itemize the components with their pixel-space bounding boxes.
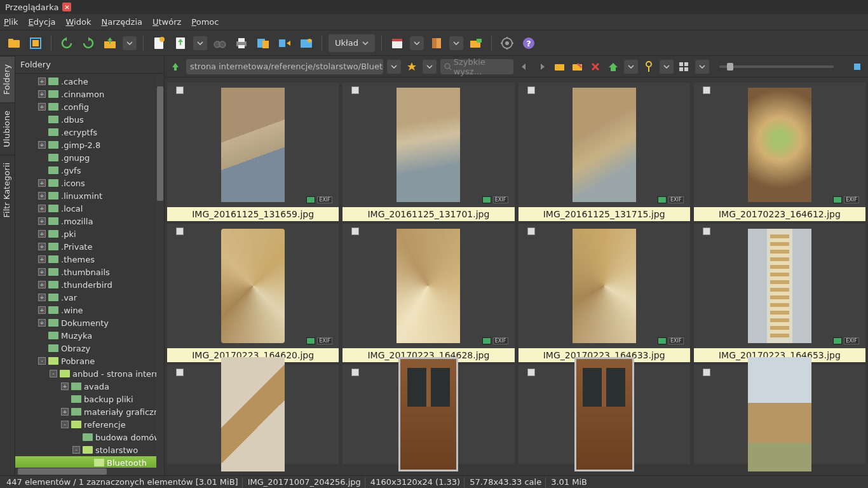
- select-checkbox[interactable]: [176, 86, 184, 94]
- tree-node[interactable]: Obrazy: [15, 342, 164, 355]
- thumbnail-image[interactable]: [694, 365, 865, 464]
- thumbnail-image[interactable]: [342, 365, 514, 464]
- tree-node[interactable]: +.mozilla: [15, 215, 164, 227]
- new-file-icon[interactable]: [150, 34, 168, 52]
- select-checkbox[interactable]: [351, 227, 359, 235]
- expand-icon[interactable]: +: [38, 306, 46, 314]
- tree-node[interactable]: +.config: [15, 100, 164, 113]
- view-dropdown[interactable]: [695, 60, 709, 74]
- tree-node[interactable]: +.pki: [15, 227, 164, 240]
- collapse-icon[interactable]: -: [38, 357, 46, 365]
- delete-icon[interactable]: [588, 60, 602, 74]
- tag-folder-icon[interactable]: [467, 34, 485, 52]
- thumbnail-cell[interactable]: [519, 365, 690, 464]
- collapse-panel-icon[interactable]: [850, 60, 864, 74]
- thumbnail-cell[interactable]: EXIFIMG_20161125_131701.jpg: [342, 83, 514, 221]
- thumbnail-image[interactable]: [167, 365, 339, 464]
- thumbnail-image[interactable]: EXIF: [167, 224, 339, 348]
- tree-hscrollbar[interactable]: [15, 468, 164, 475]
- tree-node[interactable]: -Pobrane: [15, 355, 164, 367]
- tree-node[interactable]: +.var: [15, 291, 164, 304]
- tree-node[interactable]: +.Private: [15, 240, 164, 253]
- thumbnail-cell[interactable]: EXIFIMG_20170223_164628.jpg: [342, 224, 514, 362]
- export-file-icon[interactable]: [172, 34, 189, 52]
- select-checkbox[interactable]: [176, 369, 184, 376]
- thumbnail-cell[interactable]: EXIFIMG_20170223_164653.jpg: [694, 224, 865, 362]
- expand-icon[interactable]: +: [38, 205, 46, 212]
- book-dropdown[interactable]: [449, 36, 463, 50]
- book-icon[interactable]: [428, 34, 445, 52]
- key-dropdown[interactable]: [660, 60, 674, 74]
- tree-scrollbar[interactable]: [156, 74, 164, 468]
- thumbnail-image[interactable]: EXIF: [694, 224, 865, 348]
- tree-node[interactable]: +.icons: [15, 177, 164, 189]
- settings-icon[interactable]: [498, 34, 516, 52]
- collapse-icon[interactable]: -: [72, 446, 80, 454]
- menu-help[interactable]: Pomoc: [191, 17, 219, 27]
- tree-node[interactable]: +.linuxmint: [15, 189, 164, 202]
- expand-icon[interactable]: +: [38, 319, 46, 327]
- thumbnail-image[interactable]: EXIF: [694, 83, 865, 207]
- folder-tree[interactable]: +.cache+.cinnamon+.config.dbus.ecryptfs+…: [15, 74, 164, 468]
- thumbnail-filename[interactable]: IMG_20161125_131659.jpg: [167, 207, 339, 221]
- print-icon[interactable]: [233, 34, 250, 52]
- thumbnail-image[interactable]: EXIF: [167, 83, 339, 207]
- tree-node[interactable]: +Dokumenty: [15, 316, 164, 329]
- menu-create[interactable]: Utwórz: [153, 17, 181, 27]
- menu-edit[interactable]: Edycja: [29, 17, 56, 27]
- zoom-slider[interactable]: [719, 65, 834, 68]
- thumbnail-filename[interactable]: IMG_20161125_131715.jpg: [519, 207, 690, 221]
- thumbnail-cell[interactable]: [694, 365, 865, 464]
- calendar-dropdown[interactable]: [410, 36, 424, 50]
- thumbnail-cell[interactable]: EXIFIMG_20170223_164633.jpg: [519, 224, 690, 362]
- tree-node[interactable]: +.cinnamon: [15, 88, 164, 100]
- go-up-icon[interactable]: [168, 60, 182, 74]
- tab-category-filter[interactable]: Filtr Kategorii: [0, 154, 15, 225]
- folder-history-dropdown[interactable]: [123, 36, 137, 50]
- thumbnail-cell[interactable]: [342, 365, 514, 464]
- tree-node[interactable]: +materiały graficzne: [15, 405, 164, 418]
- thumbnail-image[interactable]: [519, 365, 690, 464]
- thumbnail-cell[interactable]: EXIFIMG_20161125_131659.jpg: [167, 83, 339, 221]
- tree-node[interactable]: backup pliki: [15, 393, 164, 405]
- thumbnail-image[interactable]: EXIF: [519, 224, 690, 348]
- tree-node[interactable]: .ecryptfs: [15, 126, 164, 139]
- select-checkbox[interactable]: [527, 227, 535, 235]
- select-checkbox[interactable]: [703, 227, 710, 235]
- tab-folders[interactable]: Foldery: [0, 56, 15, 102]
- thumbnail-cell[interactable]: EXIFIMG_20161125_131715.jpg: [519, 83, 690, 221]
- path-dropdown[interactable]: [387, 60, 401, 74]
- star-icon[interactable]: [405, 60, 419, 74]
- tree-node[interactable]: -stolarstwo: [15, 444, 164, 456]
- expand-icon[interactable]: +: [38, 243, 46, 250]
- expand-icon[interactable]: +: [38, 268, 46, 276]
- thumbnail-cell[interactable]: EXIFIMG_20170223_164620.jpg: [167, 224, 339, 362]
- expand-icon[interactable]: +: [38, 217, 46, 225]
- layout-button[interactable]: Układ: [329, 34, 375, 52]
- tab-favorites[interactable]: Ulubione: [0, 102, 15, 154]
- expand-icon[interactable]: +: [38, 103, 46, 111]
- close-icon[interactable]: ✕: [62, 3, 71, 11]
- tree-node[interactable]: .dbus: [15, 113, 164, 126]
- nav-back-icon[interactable]: [517, 60, 531, 74]
- tree-node[interactable]: +.thunderbird: [15, 278, 164, 291]
- tree-node[interactable]: Muzyka: [15, 329, 164, 342]
- select-checkbox[interactable]: [351, 86, 359, 94]
- key-icon[interactable]: [642, 60, 656, 74]
- expand-icon[interactable]: +: [38, 78, 46, 85]
- expand-icon[interactable]: +: [38, 230, 46, 238]
- path-input[interactable]: strona internetowa/referencje/stolarstwo…: [186, 59, 383, 74]
- tree-node[interactable]: .gnupg: [15, 151, 164, 164]
- menu-view[interactable]: Widok: [66, 17, 92, 27]
- capture-icon[interactable]: [297, 34, 315, 52]
- expand-icon[interactable]: +: [38, 141, 46, 149]
- thumbnail-filename[interactable]: IMG_20161125_131701.jpg: [342, 207, 514, 221]
- menu-tools[interactable]: Narzędzia: [101, 17, 142, 27]
- thumbnail-image[interactable]: EXIF: [342, 83, 514, 207]
- new-folder-icon[interactable]: [553, 60, 567, 74]
- expand-icon[interactable]: +: [38, 281, 46, 288]
- select-checkbox[interactable]: [176, 227, 184, 235]
- home-dropdown[interactable]: [624, 60, 638, 74]
- home-icon[interactable]: [606, 60, 620, 74]
- edit-folder-icon[interactable]: [571, 60, 585, 74]
